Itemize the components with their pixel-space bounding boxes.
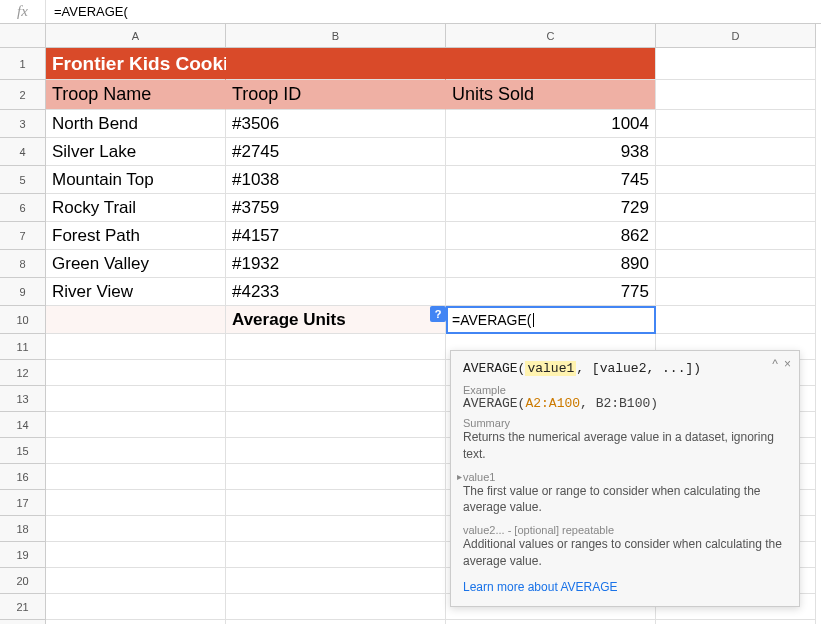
cell-C2[interactable]: Units Sold [446,80,656,110]
cell-B1[interactable] [226,48,446,80]
cell-A20[interactable] [46,568,226,594]
cell-B21[interactable] [226,594,446,620]
cell-B6[interactable]: #3759 [226,194,446,222]
row-header-13[interactable]: 13 [0,386,46,412]
cell-B16[interactable] [226,464,446,490]
row-header-12[interactable]: 12 [0,360,46,386]
cell-B10[interactable]: Average Units [226,306,446,334]
cell-C1[interactable] [446,48,656,80]
row-header-5[interactable]: 5 [0,166,46,194]
cell-C5[interactable]: 745 [446,166,656,194]
cell-C10[interactable]: ?=AVERAGE( [446,306,656,334]
cell-A19[interactable] [46,542,226,568]
cell-D9[interactable] [656,278,816,306]
cell-A4[interactable]: Silver Lake [46,138,226,166]
row-header-15[interactable]: 15 [0,438,46,464]
cell-D2[interactable] [656,80,816,110]
row-header-9[interactable]: 9 [0,278,46,306]
cell-D5[interactable] [656,166,816,194]
cell-B2[interactable]: Troop ID [226,80,446,110]
row-header-21[interactable]: 21 [0,594,46,620]
cell-D4[interactable] [656,138,816,166]
row-header-17[interactable]: 17 [0,490,46,516]
cell-B9[interactable]: #4233 [226,278,446,306]
col-header-D[interactable]: D [656,24,816,48]
cell-C6[interactable]: 729 [446,194,656,222]
cell-B12[interactable] [226,360,446,386]
cell-A16[interactable] [46,464,226,490]
row-header-3[interactable]: 3 [0,110,46,138]
cell-B5[interactable]: #1038 [226,166,446,194]
row-header-20[interactable]: 20 [0,568,46,594]
select-all-corner[interactable] [0,24,46,48]
cell-D1[interactable] [656,48,816,80]
cell-C22[interactable] [446,620,656,624]
learn-more-link[interactable]: Learn more about AVERAGE [463,580,787,594]
row-header-10[interactable]: 10 [0,306,46,334]
cell-A12[interactable] [46,360,226,386]
cell-A2[interactable]: Troop Name [46,80,226,110]
row-header-8[interactable]: 8 [0,250,46,278]
close-icon[interactable]: × [784,357,791,371]
cell-B14[interactable] [226,412,446,438]
cell-A13[interactable] [46,386,226,412]
row-header-2[interactable]: 2 [0,80,46,110]
cell-C9[interactable]: 775 [446,278,656,306]
col-header-A[interactable]: A [46,24,226,48]
row-header-16[interactable]: 16 [0,464,46,490]
cell-B19[interactable] [226,542,446,568]
cell-B3[interactable]: #3506 [226,110,446,138]
cell-A3[interactable]: North Bend [46,110,226,138]
cell-C4[interactable]: 938 [446,138,656,166]
row-header-22[interactable]: 22 [0,620,46,624]
cell-A8[interactable]: Green Valley [46,250,226,278]
cell-B15[interactable] [226,438,446,464]
cell-A21[interactable] [46,594,226,620]
cell-C3[interactable]: 1004 [446,110,656,138]
cell-B11[interactable] [226,334,446,360]
cell-B8[interactable]: #1932 [226,250,446,278]
cell-A17[interactable] [46,490,226,516]
col-header-C[interactable]: C [446,24,656,48]
cell-D7[interactable] [656,222,816,250]
collapse-icon[interactable]: ^ [772,357,778,371]
cell-B20[interactable] [226,568,446,594]
fx-icon[interactable]: fx [0,0,46,23]
cell-B22[interactable] [226,620,446,624]
row-header-7[interactable]: 7 [0,222,46,250]
row-header-19[interactable]: 19 [0,542,46,568]
cell-B18[interactable] [226,516,446,542]
formula-bar-input[interactable]: =AVERAGE( [46,0,821,23]
cell-A11[interactable] [46,334,226,360]
cell-D22[interactable] [656,620,816,624]
cell-D8[interactable] [656,250,816,278]
cell-A1[interactable]: Frontier Kids Cookie Sales [46,48,226,80]
cell-A7[interactable]: Forest Path [46,222,226,250]
cell-B7[interactable]: #4157 [226,222,446,250]
cell-D3[interactable] [656,110,816,138]
cell-A15[interactable] [46,438,226,464]
function-signature: AVERAGE(value1, [value2, ...]) [463,361,787,376]
cell-A14[interactable] [46,412,226,438]
cell-B13[interactable] [226,386,446,412]
row-header-11[interactable]: 11 [0,334,46,360]
cell-A18[interactable] [46,516,226,542]
formula-help-badge[interactable]: ? [430,306,446,322]
col-header-B[interactable]: B [226,24,446,48]
row-header-18[interactable]: 18 [0,516,46,542]
cell-A10[interactable] [46,306,226,334]
row-header-14[interactable]: 14 [0,412,46,438]
cell-A6[interactable]: Rocky Trail [46,194,226,222]
cell-A22[interactable] [46,620,226,624]
cell-D10[interactable] [656,306,816,334]
row-header-6[interactable]: 6 [0,194,46,222]
cell-B4[interactable]: #2745 [226,138,446,166]
cell-B17[interactable] [226,490,446,516]
cell-D6[interactable] [656,194,816,222]
cell-A5[interactable]: Mountain Top [46,166,226,194]
row-header-4[interactable]: 4 [0,138,46,166]
cell-A9[interactable]: River View [46,278,226,306]
cell-C7[interactable]: 862 [446,222,656,250]
cell-C8[interactable]: 890 [446,250,656,278]
row-header-1[interactable]: 1 [0,48,46,80]
